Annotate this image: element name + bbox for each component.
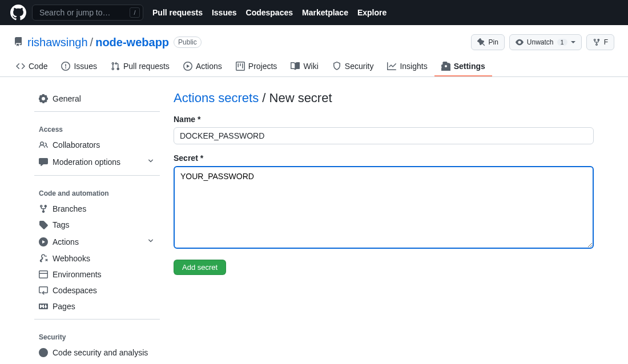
- name-label: Name *: [174, 115, 594, 124]
- tab-label: Insights: [400, 62, 427, 71]
- sidebar-label: Collaborators: [53, 140, 100, 149]
- repo-name-link[interactable]: node-webapp: [95, 36, 169, 49]
- sidebar-item-code-security[interactable]: Code security and analysis: [34, 345, 160, 361]
- repo-visibility-badge: Public: [174, 37, 202, 48]
- pin-label: Pin: [489, 38, 498, 46]
- nav-marketplace[interactable]: Marketplace: [302, 8, 348, 17]
- nav-pull-requests[interactable]: Pull requests: [152, 8, 203, 17]
- tab-label: Actions: [196, 62, 222, 71]
- sidebar-item-webhooks[interactable]: Webhooks: [34, 250, 160, 266]
- secret-value-textarea[interactable]: [174, 166, 594, 249]
- watch-count: 1: [557, 39, 567, 46]
- nav-explore[interactable]: Explore: [357, 8, 387, 17]
- chevron-down-icon: [146, 236, 155, 247]
- add-secret-button[interactable]: Add secret: [174, 260, 226, 275]
- sidebar-label: Pages: [53, 302, 75, 311]
- tab-insights[interactable]: Insights: [380, 57, 434, 76]
- tab-code[interactable]: Code: [9, 57, 54, 76]
- sidebar-label: Code security and analysis: [53, 348, 148, 357]
- tab-label: Settings: [454, 62, 485, 71]
- sidebar-item-environments[interactable]: Environments: [34, 266, 160, 282]
- search-wrap: /: [32, 5, 143, 21]
- chevron-down-icon: [571, 41, 575, 43]
- secret-label: Secret *: [174, 153, 594, 163]
- tab-actions[interactable]: Actions: [176, 57, 229, 76]
- global-header: / Pull requests Issues Codespaces Market…: [0, 0, 628, 25]
- repo-header: rishawsingh / node-webapp Public Pin Unw…: [0, 25, 628, 50]
- sidebar-item-moderation[interactable]: Moderation options: [34, 153, 160, 171]
- tab-settings[interactable]: Settings: [434, 57, 492, 76]
- tab-label: Wiki: [303, 62, 318, 71]
- nav-issues[interactable]: Issues: [212, 8, 237, 17]
- secret-name-input[interactable]: [174, 127, 594, 144]
- breadcrumb-link[interactable]: Actions secrets: [174, 91, 259, 105]
- tab-projects[interactable]: Projects: [229, 57, 284, 76]
- sidebar-group-security: Security: [34, 324, 160, 345]
- sidebar-label: Moderation options: [53, 157, 120, 167]
- repo-tabs: Code Issues Pull requests Actions Projec…: [0, 57, 628, 77]
- tab-label: Issues: [74, 62, 96, 71]
- nav-codespaces[interactable]: Codespaces: [246, 8, 293, 17]
- sidebar-label: Webhooks: [53, 254, 90, 263]
- fork-label: F: [604, 38, 608, 46]
- sidebar-item-tags[interactable]: Tags: [34, 217, 160, 233]
- sidebar-item-codespaces[interactable]: Codespaces: [34, 282, 160, 298]
- tab-security[interactable]: Security: [325, 57, 381, 76]
- breadcrumb-current: New secret: [269, 91, 332, 105]
- sidebar-label: Actions: [53, 237, 79, 246]
- repo-owner-link[interactable]: rishawsingh: [27, 36, 88, 49]
- page-title: Actions secrets / New secret: [174, 91, 594, 106]
- tab-label: Pull requests: [123, 62, 170, 71]
- pin-button[interactable]: Pin: [471, 34, 505, 50]
- tab-label: Code: [29, 62, 47, 71]
- breadcrumb-sep: /: [259, 91, 269, 105]
- tab-wiki[interactable]: Wiki: [284, 57, 325, 76]
- sidebar-group-code: Code and automation: [34, 180, 160, 201]
- repo-icon: [14, 37, 23, 48]
- tab-label: Security: [345, 62, 374, 71]
- sidebar-item-deploy-keys[interactable]: Deploy keys: [34, 361, 160, 364]
- tab-issues[interactable]: Issues: [54, 57, 103, 76]
- sidebar-label: Branches: [53, 204, 86, 213]
- sidebar-item-general[interactable]: General: [34, 91, 160, 107]
- main-content: Actions secrets / New secret Name * Secr…: [174, 91, 594, 364]
- fork-button[interactable]: F: [586, 34, 614, 50]
- sidebar-label: Environments: [53, 270, 102, 279]
- sidebar-item-pages[interactable]: Pages: [34, 298, 160, 314]
- sidebar-label: Tags: [53, 220, 70, 229]
- search-hotkey-badge: /: [130, 7, 140, 18]
- sidebar-label: General: [53, 94, 81, 103]
- sidebar-item-branches[interactable]: Branches: [34, 201, 160, 217]
- github-logo[interactable]: [9, 3, 27, 22]
- global-nav: Pull requests Issues Codespaces Marketpl…: [152, 8, 387, 17]
- tab-pulls[interactable]: Pull requests: [104, 57, 176, 76]
- global-search-input[interactable]: [32, 5, 143, 21]
- sidebar-item-collaborators[interactable]: Collaborators: [34, 137, 160, 153]
- sidebar-item-actions[interactable]: Actions: [34, 233, 160, 250]
- tab-label: Projects: [248, 62, 277, 71]
- settings-sidebar: General Access Collaborators Moderation …: [34, 91, 160, 364]
- repo-separator: /: [90, 36, 94, 49]
- unwatch-label: Unwatch: [527, 38, 554, 46]
- chevron-down-icon: [146, 156, 155, 167]
- sidebar-group-access: Access: [34, 116, 160, 137]
- unwatch-button[interactable]: Unwatch 1: [509, 34, 582, 50]
- sidebar-label: Codespaces: [53, 286, 97, 295]
